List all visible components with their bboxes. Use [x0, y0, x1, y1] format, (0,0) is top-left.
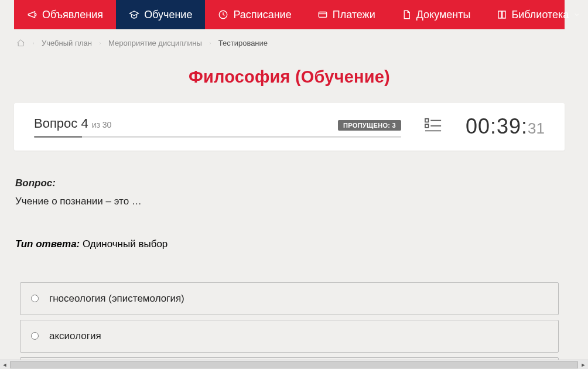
breadcrumb-current: Тестирование: [218, 39, 268, 47]
option-radio[interactable]: [31, 295, 39, 302]
scroll-right-arrow[interactable]: ►: [579, 360, 588, 370]
nav-label: Платежи: [333, 9, 375, 21]
question-number: Вопрос 4: [34, 116, 88, 131]
nav-label: Документы: [416, 9, 471, 21]
chevron-down-icon: [573, 11, 579, 18]
nav-label: Обучение: [144, 9, 192, 21]
nav-label: Объявления: [42, 9, 103, 21]
nav-label: Библиотека: [512, 9, 569, 21]
question-heading: Вопрос:: [15, 177, 563, 189]
option-item[interactable]: гносеология (эпистемология): [20, 282, 559, 315]
nav-label: Расписание: [233, 9, 291, 21]
list-icon: [425, 117, 442, 134]
graduation-icon: [129, 9, 139, 20]
question-total: из 30: [92, 120, 112, 129]
answer-type-value: Одиночный выбор: [83, 238, 167, 250]
megaphone-icon: [27, 9, 37, 20]
breadcrumb: Учебный план Мероприятие дисциплины Тест…: [14, 29, 565, 52]
svg-rect-2: [425, 119, 429, 122]
question-text: Учение о познании – это …: [15, 194, 563, 209]
nav-learning[interactable]: Обучение: [116, 0, 205, 29]
home-icon[interactable]: [16, 39, 25, 47]
nav-announcements[interactable]: Объявления: [14, 0, 116, 29]
clock-icon: [218, 9, 228, 20]
horizontal-scrollbar[interactable]: ◄ ►: [0, 360, 588, 369]
svg-rect-4: [425, 124, 429, 128]
chevron-right-icon: [31, 40, 36, 46]
main-nav: Объявления Обучение Расписание Платежи Д…: [14, 0, 565, 29]
scroll-left-arrow[interactable]: ◄: [0, 360, 9, 370]
timer-minutes: 00:39:: [466, 114, 528, 139]
options-list: гносеология (эпистемология) аксиология о…: [15, 282, 563, 360]
progress-fill: [34, 136, 82, 138]
scroll-track[interactable]: [10, 361, 578, 368]
card-icon: [317, 9, 328, 20]
status-card: Вопрос 4 из 30 ПРОПУЩЕНО: 3 00:39:31: [14, 103, 565, 151]
breadcrumb-link[interactable]: Мероприятие дисциплины: [108, 39, 202, 47]
doc-icon: [401, 9, 412, 20]
option-radio[interactable]: [31, 332, 39, 340]
nav-schedule[interactable]: Расписание: [205, 0, 304, 29]
page-title: Философия (Обучение): [14, 67, 565, 87]
book-icon: [497, 9, 507, 20]
svg-rect-1: [319, 12, 327, 18]
option-item[interactable]: аксиология: [20, 320, 559, 353]
nav-library[interactable]: Библиотека: [484, 0, 579, 29]
skipped-badge: ПРОПУЩЕНО: 3: [338, 120, 401, 131]
timer-seconds: 31: [528, 119, 545, 138]
nav-payments[interactable]: Платежи: [305, 0, 388, 29]
nav-documents[interactable]: Документы: [388, 0, 484, 29]
progress-bar: [34, 136, 401, 138]
option-label: гносеология (эпистемология): [49, 293, 184, 305]
chevron-right-icon: [98, 40, 102, 46]
option-label: аксиология: [49, 330, 101, 342]
chevron-right-icon: [208, 40, 213, 46]
answer-type-label: Тип ответа:: [15, 238, 80, 250]
question-list-button[interactable]: [425, 117, 442, 134]
breadcrumb-link[interactable]: Учебный план: [42, 39, 92, 47]
timer: 00:39:31: [466, 114, 545, 139]
